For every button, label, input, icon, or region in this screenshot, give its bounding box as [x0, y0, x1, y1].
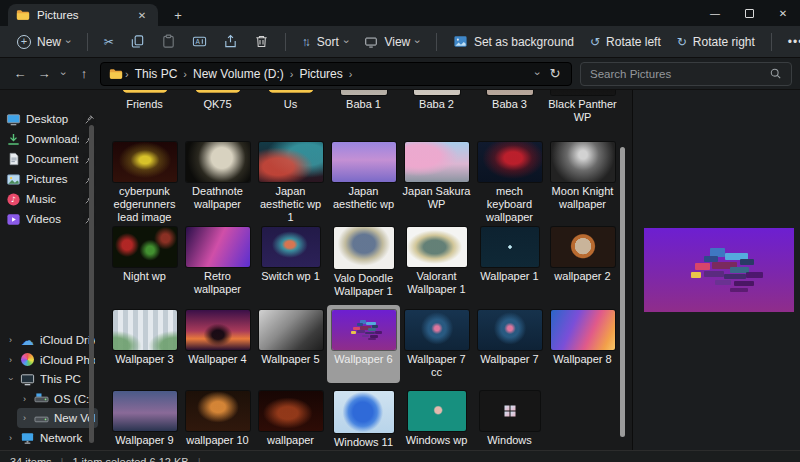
chevron-right-icon[interactable]: › — [20, 413, 29, 423]
recent-locations-icon[interactable]: › — [58, 72, 69, 76]
file-item-baba-3[interactable]: Baba 3 — [473, 90, 546, 128]
file-item-switch-wp-1[interactable]: Switch wp 1 — [254, 222, 327, 302]
file-item-retro-wallpaper[interactable]: Retro wallpaper — [181, 222, 254, 302]
sidebar-item-label: Downloads — [26, 133, 79, 145]
file-item-baba-2[interactable]: Baba 2 — [400, 90, 473, 128]
file-item-japan-sakura-wp[interactable]: Japan Sakura WP — [400, 137, 473, 228]
file-thumbnail — [259, 310, 323, 350]
file-item-wallpaper-4[interactable]: Wallpaper 4 — [181, 305, 254, 383]
file-item-baba-1[interactable]: Baba 1 — [327, 90, 400, 128]
file-item-friends[interactable]: Friends — [108, 90, 181, 128]
chevron-right-icon[interactable]: › — [20, 394, 29, 404]
file-thumbnail — [262, 227, 320, 267]
sidebar-item-desktop[interactable]: Desktop — [3, 109, 98, 129]
tab-pictures[interactable]: Pictures ✕ — [8, 4, 158, 26]
file-item-mech-keyboard-wallpaper[interactable]: mech keyboard wallpaper — [473, 137, 546, 228]
pixel-art-block — [740, 259, 754, 265]
copy-button[interactable] — [123, 30, 152, 53]
file-item-wallpaper-10[interactable]: wallpaper 10 — [181, 386, 254, 450]
file-item-windows[interactable]: Windows — [473, 386, 546, 450]
breadcrumb-segment[interactable]: Pictures — [294, 65, 347, 83]
rename-button[interactable]: A — [185, 30, 214, 53]
toolbar-divider — [87, 33, 88, 51]
view-button[interactable]: View › — [357, 31, 426, 53]
tab-close-icon[interactable]: ✕ — [134, 7, 150, 23]
sidebar-item-downloads[interactable]: Downloads — [3, 129, 98, 149]
file-item-windows-wp[interactable]: Windows wp — [400, 386, 473, 450]
file-item-wallpaper-6[interactable]: Wallpaper 6 — [327, 305, 400, 383]
file-item-black-panther-wp[interactable]: Black Panther WP — [546, 90, 619, 128]
file-item-qk75[interactable]: QK75 — [181, 90, 254, 128]
sidebar-item-pictures[interactable]: Pictures — [3, 169, 98, 189]
sidebar-item-icloud-photos[interactable]: ›iCloud Photos — [3, 350, 98, 370]
file-item-wallpaper[interactable]: wallpaper — [254, 386, 327, 450]
pixel-art-block — [691, 272, 702, 279]
file-item-japan-aesthetic-wp[interactable]: Japan aesthetic wp — [327, 137, 400, 228]
chevron-right-icon[interactable]: › — [6, 433, 15, 443]
rotate-left-button[interactable]: ↺ Rotate left — [583, 31, 668, 53]
chevron-down-icon[interactable]: › — [6, 375, 16, 384]
file-item-valorant-wallpaper-1[interactable]: Valorant Wallpaper 1 — [400, 222, 473, 302]
file-item-cyberpunk-edgerunners-lead-image[interactable]: cyberpunk edgerunners lead image — [108, 137, 181, 228]
chevron-right-icon[interactable]: › — [6, 335, 15, 345]
share-icon — [223, 34, 238, 49]
set-background-button[interactable]: Set as background — [446, 30, 581, 53]
search-box[interactable] — [580, 62, 792, 86]
more-options-button[interactable]: ••• — [781, 31, 800, 53]
breadcrumb-chevron-icon: › — [124, 68, 130, 80]
file-item-wallpaper-9[interactable]: Wallpaper 9 — [108, 386, 181, 450]
file-item-wallpaper-3[interactable]: Wallpaper 3 — [108, 305, 181, 383]
sort-button[interactable]: ↑↓ Sort › — [295, 31, 356, 53]
breadcrumb-segment[interactable]: New Volume (D:) — [188, 65, 289, 83]
rotate-right-button[interactable]: ↻ Rotate right — [670, 31, 762, 53]
sidebar-item-os-c-[interactable]: ›OS (C:) — [17, 389, 98, 409]
sidebar-item-label: Desktop — [26, 113, 79, 125]
file-item-windows-11-system-wp[interactable]: Windows 11 system wp — [327, 386, 400, 450]
sidebar-item-icloud-drive[interactable]: ›☁iCloud Drive — [3, 330, 98, 350]
file-label: Wallpaper 7 cc — [402, 353, 471, 379]
items-count: 34 items — [10, 456, 52, 462]
sidebar-scrollbar[interactable] — [89, 125, 94, 443]
file-item-night-wp[interactable]: Night wp — [108, 222, 181, 302]
up-button[interactable]: ↑ — [72, 62, 96, 86]
file-item-wallpaper-5[interactable]: Wallpaper 5 — [254, 305, 327, 383]
file-item-japan-aesthetic-wp-1[interactable]: Japan aesthetic wp 1 — [254, 137, 327, 228]
file-grid: FriendsQK75UsBaba 1Baba 2Baba 3Black Pan… — [108, 90, 620, 450]
paste-button[interactable] — [154, 30, 183, 53]
file-thumbnail — [341, 90, 387, 95]
delete-button[interactable] — [247, 30, 276, 53]
file-item-wallpaper-8[interactable]: Wallpaper 8 — [546, 305, 619, 383]
address-dropdown-icon[interactable]: › — [532, 72, 543, 76]
sidebar-item-documents[interactable]: Documents — [3, 149, 98, 169]
new-tab-button[interactable]: + — [168, 6, 188, 24]
search-input[interactable] — [590, 68, 763, 80]
share-button[interactable] — [216, 30, 245, 53]
content-scrollbar[interactable] — [620, 147, 625, 437]
file-item-us[interactable]: Us — [254, 90, 327, 128]
file-item-moon-knight-wallpaper[interactable]: Moon Knight wallpaper — [546, 137, 619, 228]
cut-button[interactable]: ✂ — [97, 31, 121, 53]
file-label: Wallpaper 9 — [115, 434, 173, 447]
file-item-wallpaper-7-cc[interactable]: Wallpaper 7 cc — [400, 305, 473, 383]
sidebar-item-network[interactable]: ›Network — [3, 428, 98, 448]
file-item-wallpaper-1[interactable]: Wallpaper 1 — [473, 222, 546, 302]
sidebar-item-this-pc[interactable]: ›This PC — [3, 369, 98, 389]
forward-button[interactable]: → — [32, 62, 56, 86]
file-item-wallpaper-2[interactable]: wallpaper 2 — [546, 222, 619, 302]
sidebar-item-new-volume-d-[interactable]: ›New Volume (D:) — [17, 408, 98, 428]
breadcrumb-segment[interactable]: This PC — [130, 65, 183, 83]
file-label: Windows — [487, 434, 532, 447]
file-item-valo-doodle-wallpaper-1[interactable]: Valo Doodle Wallpaper 1 — [327, 222, 400, 302]
file-item-wallpaper-7[interactable]: Wallpaper 7 — [473, 305, 546, 383]
file-item-deathnote-wallpaper[interactable]: Deathnote wallpaper — [181, 137, 254, 228]
breadcrumb[interactable]: ›This PC›New Volume (D:)›Pictures› › ↻ — [100, 62, 572, 86]
new-button[interactable]: + New › — [10, 31, 78, 53]
minimize-button[interactable]: — — [698, 0, 732, 26]
back-button[interactable]: ← — [8, 62, 32, 86]
chevron-right-icon[interactable]: › — [6, 355, 15, 365]
close-button[interactable]: ✕ — [766, 0, 800, 26]
sidebar-item-music[interactable]: ♪Music — [3, 189, 98, 209]
maximize-button[interactable] — [732, 0, 766, 26]
sidebar-item-videos[interactable]: Videos — [3, 209, 98, 229]
refresh-icon[interactable]: ↻ — [547, 62, 563, 86]
